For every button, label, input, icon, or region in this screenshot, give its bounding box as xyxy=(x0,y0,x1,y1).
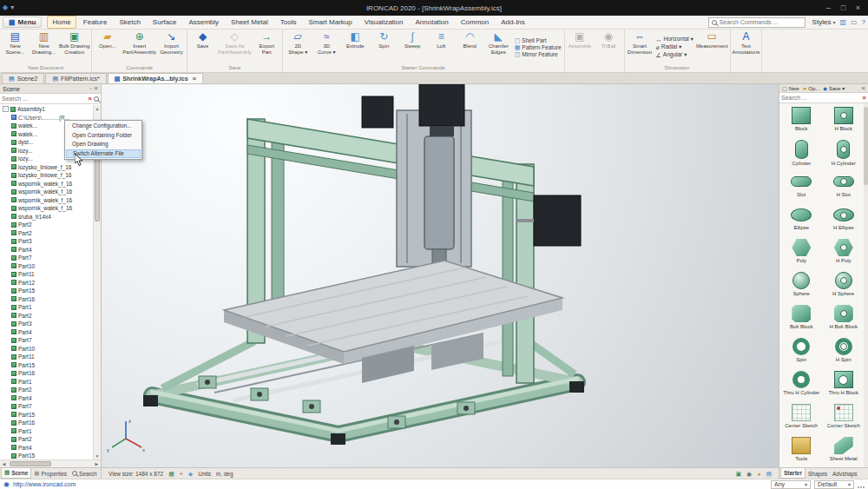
tree-item[interactable]: Part12 xyxy=(1,279,93,287)
layout-icon[interactable]: ▥ xyxy=(839,19,846,26)
scroll-up-icon[interactable]: ▲ xyxy=(95,105,100,112)
scene-search-box[interactable]: × xyxy=(0,94,101,104)
tree-item[interactable]: Part2 xyxy=(1,229,93,238)
scrollbar-thumb[interactable] xyxy=(864,107,868,185)
tree-item[interactable]: Part2 xyxy=(1,435,93,444)
tree-item[interactable]: Part7 xyxy=(1,254,93,262)
catalog-item-slot[interactable]: Slot xyxy=(780,170,823,203)
catalog-item-h-cylinder[interactable]: H Cylinder xyxy=(823,137,865,170)
catalog-tab-advshaps[interactable]: Advshaps xyxy=(830,468,860,479)
catalog-item-bolt-block[interactable]: Bolt Block xyxy=(780,302,823,335)
tree-item[interactable]: Part10 xyxy=(1,345,93,354)
clear-search-icon[interactable]: × xyxy=(862,95,866,102)
axis-icon[interactable]: + xyxy=(180,471,183,477)
tab-tools[interactable]: Tools xyxy=(275,16,302,29)
tree-item[interactable]: Part1 xyxy=(1,303,93,312)
render-mode-icon[interactable]: ▣ xyxy=(735,471,741,477)
save-as-part-assembly-button[interactable]: ◇Save As Part/Assembly xyxy=(217,30,253,64)
viewport-canvas[interactable]: z x y xyxy=(102,84,779,467)
catalog-item-corner-sketch[interactable]: Corner Sketch xyxy=(823,401,865,434)
tree-item[interactable]: Part15 xyxy=(1,361,93,370)
catalog-item-h-sphere[interactable]: H Sphere xyxy=(823,269,865,302)
tab-annotation[interactable]: Annotation xyxy=(411,16,454,29)
catalog-tab-shapes[interactable]: Shapes xyxy=(806,468,830,479)
tree-root[interactable]: -Assembly1 xyxy=(1,105,93,114)
command-search-box[interactable] xyxy=(708,17,806,28)
insert-part-assembly-button[interactable]: ⊕Insert Part/Assembly xyxy=(122,30,157,64)
clear-search-icon[interactable]: × xyxy=(88,96,92,102)
menu-button[interactable]: ▦ Menu xyxy=(3,17,42,28)
new-drawing-button[interactable]: ▥New Drawing... xyxy=(30,30,58,64)
2d-shape-button[interactable]: ▱2D Shape ▾ xyxy=(284,30,312,64)
close-tab-icon[interactable]: × xyxy=(193,75,197,83)
catalog-tab-starter[interactable]: Starter xyxy=(780,468,806,479)
tree-item[interactable]: Part16 xyxy=(1,419,93,427)
tree-item[interactable]: Part15 xyxy=(1,452,93,459)
catalog-item-sheet-metal[interactable]: Sheet Metal xyxy=(823,434,865,467)
doc-tab-scene2[interactable]: ▤Scene2 xyxy=(2,73,44,83)
tree-item[interactable]: Part2 xyxy=(1,312,93,320)
tree-item[interactable]: Part7 xyxy=(1,402,93,411)
grid-icon[interactable]: ▦ xyxy=(168,471,174,477)
tree-item[interactable]: wspornik_walek_f_16 xyxy=(1,188,93,196)
angular-button[interactable]: ∠Angular ▾ xyxy=(656,51,694,58)
tab-surface[interactable]: Surface xyxy=(148,16,182,29)
display-icon[interactable]: ▭ xyxy=(851,19,858,26)
scroll-left-icon[interactable]: ◀ xyxy=(0,461,8,466)
open-button[interactable]: ▰Open... xyxy=(93,30,122,64)
tree-item[interactable]: wspornik_walek_f_16 xyxy=(1,204,93,213)
catalog-save-button[interactable]: ◆Save ▾ xyxy=(823,85,845,91)
close-button[interactable]: × xyxy=(851,1,865,15)
catalog-item-poly[interactable]: Poly xyxy=(780,236,823,269)
catalog-new-button[interactable]: ▢New xyxy=(782,86,799,91)
tree-item[interactable]: Part3 xyxy=(1,237,93,246)
config-icon[interactable]: ▤ xyxy=(766,471,772,477)
tree-item[interactable]: Part2 xyxy=(1,221,93,229)
tree-item[interactable]: Part16 xyxy=(1,295,93,304)
save-button[interactable]: ◆Save xyxy=(188,30,217,64)
pattern-feature-button[interactable]: ▦Pattern Feature xyxy=(515,44,562,50)
catalog-item-thru-h-cylinder[interactable]: Thru H Cylinder xyxy=(780,368,823,401)
import-geometry-button[interactable]: ↘Import Geometry xyxy=(157,30,186,64)
tree-item[interactable]: Part4 xyxy=(1,246,93,254)
scroll-down-icon[interactable]: ▼ xyxy=(95,453,100,459)
bulk-drawing-creation-button[interactable]: ▣Bulk Drawing Creation xyxy=(58,30,90,64)
tab-add-ins[interactable]: Add-Ins xyxy=(496,16,530,29)
tree-item[interactable]: Part16 xyxy=(1,369,93,378)
measurement-button[interactable]: ▭Measurement xyxy=(695,30,729,64)
catalog-item-tools[interactable]: Tools xyxy=(780,434,823,467)
tree-item[interactable]: Part15 xyxy=(1,287,93,295)
smart-dimension-button[interactable]: ⇔Smart Dimension xyxy=(626,30,654,64)
tree-item[interactable]: wspornik_walek_f_16 xyxy=(1,180,93,188)
camera-icon[interactable]: ◉ xyxy=(746,471,752,477)
catalog-item-block[interactable]: Block xyxy=(780,104,823,137)
tree-item[interactable]: Part1 xyxy=(1,427,93,436)
tree-item[interactable]: Part2 xyxy=(1,386,93,394)
tree-item[interactable]: Part3 xyxy=(1,320,93,328)
tab-sheet-metal[interactable]: Sheet Metal xyxy=(226,16,273,29)
help-icon[interactable]: ? xyxy=(862,19,865,26)
triball-button[interactable]: ◉TriBall xyxy=(595,30,623,64)
resize-grip[interactable] xyxy=(858,481,865,488)
catalog-scrollbar[interactable] xyxy=(864,103,868,467)
units-value[interactable]: in, deg xyxy=(216,471,233,477)
command-search-input[interactable] xyxy=(720,19,802,25)
radial-button[interactable]: ⌀Radial ▾ xyxy=(656,43,694,50)
tree-horizontal-scrollbar[interactable]: ◀ ▶ xyxy=(0,459,101,467)
scrollbar-thumb[interactable] xyxy=(10,461,51,466)
catalog-search-input[interactable] xyxy=(781,95,860,101)
tree-item[interactable]: Part11 xyxy=(1,353,93,361)
styles-dropdown[interactable]: Styles ▾ xyxy=(812,18,836,26)
catalog-open-button[interactable]: ▰Op... xyxy=(803,86,820,91)
extrude-button[interactable]: ◧Extrude xyxy=(341,30,370,64)
catalog-item-h-poly[interactable]: H Poly xyxy=(823,236,865,269)
context-menu-item-change-configuration[interactable]: Change Configuration... xyxy=(66,122,141,131)
text-annotations-button[interactable]: AText Annotations xyxy=(732,30,761,64)
tab-smart-markup[interactable]: Smart Markup xyxy=(304,16,358,29)
catalog-close-icon[interactable]: × xyxy=(861,85,865,92)
tree-item[interactable]: Part1 xyxy=(1,378,93,387)
catalog-item-cylinder[interactable]: Cylinder xyxy=(780,137,823,170)
tree-item[interactable]: lozysko_liniowe_f_16 xyxy=(1,171,93,180)
tree-item[interactable]: Part10 xyxy=(1,262,93,271)
catalog-item-ellipse[interactable]: Ellipse xyxy=(780,203,823,236)
